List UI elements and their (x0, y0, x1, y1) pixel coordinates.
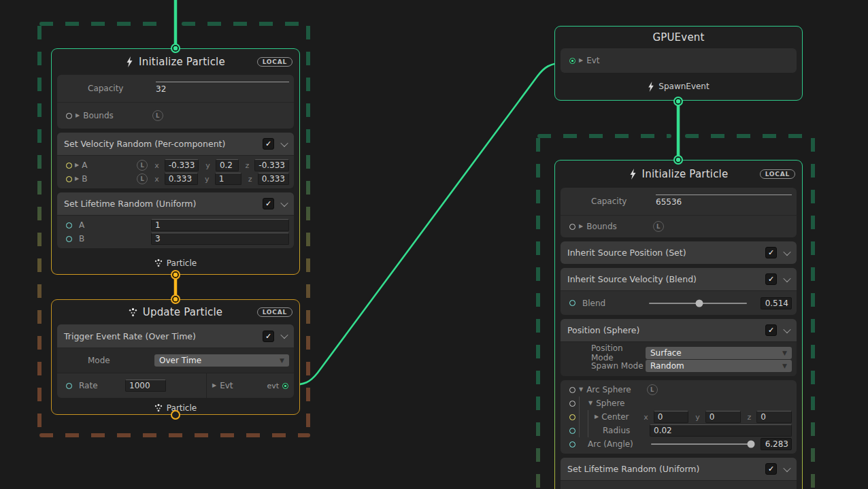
block-enabled-checkbox[interactable] (765, 247, 777, 258)
block-set-velocity-random[interactable]: Set Velocity Random (Per-component) A L … (57, 133, 294, 188)
center-port[interactable] (569, 414, 575, 420)
node-titlebar[interactable]: Initialize Particle LOCAL (555, 161, 802, 188)
block-enabled-checkbox[interactable] (263, 331, 274, 342)
edge-evt-to-gpuevent[interactable] (290, 63, 566, 385)
block-enabled-checkbox[interactable] (765, 324, 777, 336)
vfx-graph-canvas[interactable]: Initialize Particle LOCAL Capacity 32 Bo… (0, 0, 868, 489)
mode-dropdown[interactable]: Over Time (154, 354, 289, 367)
initialize-right-input-port[interactable] (673, 155, 683, 165)
context-settings-block: Capacity 32 Bounds L (57, 75, 294, 129)
block-set-lifetime-random[interactable]: Set Lifetime Random (Uniform) A 1 B 3 (57, 192, 294, 248)
initialize-left-output-port[interactable] (171, 270, 180, 280)
gpu-evt-input-port[interactable] (569, 58, 575, 64)
node-update-particle[interactable]: Update Particle LOCAL Trigger Event Rate… (51, 299, 300, 415)
velocity-b-port[interactable] (66, 176, 72, 182)
arc-angle-slider[interactable] (651, 443, 751, 445)
center-z-field[interactable]: 0 (756, 411, 792, 423)
update-output-port[interactable] (171, 410, 180, 420)
sphere-port[interactable] (569, 401, 575, 407)
block-enabled-checkbox[interactable] (263, 138, 274, 150)
expand-arrow-icon[interactable] (75, 176, 79, 182)
capacity-label: Capacity (591, 197, 656, 206)
expand-arrow-icon[interactable] (579, 224, 583, 229)
dropdown-arrow-icon (782, 362, 787, 369)
block-enabled-checkbox[interactable] (765, 273, 777, 285)
blend-slider-knob[interactable] (696, 299, 703, 307)
update-input-port[interactable] (171, 294, 180, 304)
chevron-down-icon[interactable] (280, 139, 288, 146)
position-mode-dropdown[interactable]: Surface (646, 347, 792, 359)
block-header-label: Set Velocity Random (Per-component) (64, 139, 225, 149)
velocity-a-z-field[interactable]: -0.333 (254, 159, 289, 171)
node-gpu-event[interactable]: GPUEvent Evt SpawnEvent (554, 26, 803, 101)
chevron-down-icon[interactable] (783, 325, 790, 333)
block-enabled-checkbox[interactable] (765, 463, 777, 475)
lifetime-b-port[interactable] (66, 236, 72, 242)
chevron-down-icon[interactable] (280, 199, 288, 206)
radius-field[interactable]: 0.02 (650, 424, 792, 437)
block-inherit-source-velocity[interactable]: Inherit Source Velocity (Blend) Blend 0.… (561, 268, 797, 315)
tree-guide (579, 397, 580, 437)
foldout-arrow-icon[interactable] (588, 401, 592, 406)
space-local-icon[interactable]: L (653, 221, 664, 232)
bounds-port[interactable] (66, 113, 72, 119)
block-inherit-source-position[interactable]: Inherit Source Position (Set) (561, 241, 797, 264)
capacity-label: Capacity (88, 84, 156, 93)
bounds-label: Bounds (83, 111, 114, 120)
space-local-icon[interactable]: L (137, 173, 148, 184)
arc-angle-slider-knob[interactable] (748, 441, 755, 448)
expand-arrow-icon[interactable] (212, 383, 216, 388)
radius-port[interactable] (569, 428, 575, 434)
gpuevent-output-port[interactable] (673, 97, 683, 106)
chevron-down-icon[interactable] (783, 274, 790, 282)
lifetime-b-field[interactable]: 3 (151, 233, 289, 245)
chevron-down-icon[interactable] (280, 331, 288, 339)
rate-port[interactable] (66, 383, 72, 389)
expand-arrow-icon[interactable] (579, 58, 583, 63)
chevron-down-icon[interactable] (783, 248, 790, 255)
block-set-lifetime-random[interactable]: Set Lifetime Random (Uniform) (561, 458, 797, 489)
velocity-a-port[interactable] (66, 163, 72, 169)
gpu-evt-label: Evt (586, 56, 599, 65)
bounds-port[interactable] (569, 224, 575, 230)
evt-output-port[interactable] (282, 383, 288, 389)
expand-arrow-icon[interactable] (75, 163, 79, 168)
node-titlebar[interactable]: GPUEvent (555, 27, 802, 48)
foldout-arrow-icon[interactable] (579, 387, 583, 392)
node-initialize-particle-right[interactable]: Initialize Particle LOCAL Capacity 65536… (554, 160, 803, 489)
expand-arrow-icon[interactable] (76, 113, 80, 118)
block-enabled-checkbox[interactable] (263, 198, 274, 209)
block-trigger-event-rate[interactable]: Trigger Event Rate (Over Time) Mode Over… (57, 324, 294, 398)
initialize-left-input-port[interactable] (171, 44, 180, 53)
blend-slider[interactable] (649, 303, 747, 304)
center-y-field[interactable]: 0 (705, 411, 741, 423)
capacity-field[interactable]: 32 (156, 82, 289, 95)
block-position-sphere[interactable]: Position (Sphere) Position Mode Surface … (561, 319, 797, 376)
block-header-label: Inherit Source Velocity (Blend) (567, 274, 697, 284)
chevron-down-icon[interactable] (783, 464, 790, 471)
velocity-b-z-field[interactable]: 0.333 (258, 173, 289, 185)
velocity-b-x-field[interactable]: 0.333 (165, 173, 198, 185)
node-initialize-particle-left[interactable]: Initialize Particle LOCAL Capacity 32 Bo… (51, 48, 300, 275)
space-local-icon[interactable]: L (137, 160, 148, 171)
spawn-mode-dropdown[interactable]: Random (646, 360, 792, 372)
blend-port[interactable] (569, 300, 575, 306)
lifetime-a-field[interactable]: 1 (151, 219, 289, 231)
velocity-a-x-field[interactable]: -0.333 (165, 159, 199, 171)
center-x-field[interactable]: 0 (654, 411, 689, 423)
velocity-b-y-field[interactable]: 1 (215, 173, 241, 185)
particle-icon (154, 404, 163, 412)
arc-angle-value-field[interactable]: 6.283 (761, 438, 792, 450)
dropdown-arrow-icon (280, 357, 284, 364)
space-local-icon[interactable]: L (152, 110, 163, 121)
arc-angle-port[interactable] (569, 441, 575, 448)
rate-field[interactable]: 1000 (125, 380, 166, 392)
blend-value-field[interactable]: 0.514 (761, 297, 792, 309)
lifetime-a-port[interactable] (66, 222, 72, 229)
position-mode-label: Position Mode (591, 343, 646, 362)
expand-arrow-icon[interactable] (595, 414, 599, 420)
capacity-field[interactable]: 65536 (656, 195, 792, 208)
velocity-a-y-field[interactable]: 0.2 (216, 159, 239, 171)
arc-sphere-port[interactable] (569, 387, 575, 393)
space-local-icon[interactable]: L (647, 384, 658, 395)
